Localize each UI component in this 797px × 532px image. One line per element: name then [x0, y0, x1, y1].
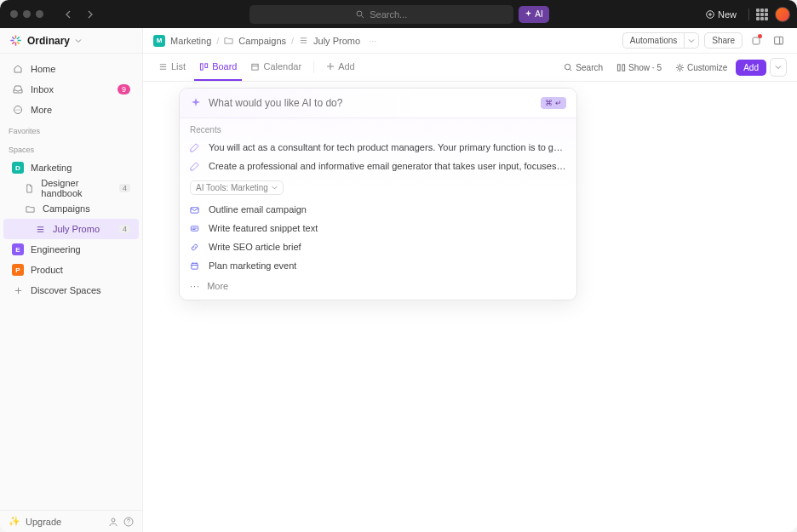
separator [313, 61, 314, 73]
tool-item[interactable]: Outline email campaign [180, 200, 576, 219]
automations-dropdown[interactable] [684, 32, 699, 49]
upgrade-link[interactable]: Upgrade [26, 517, 61, 527]
tool-item[interactable]: Write SEO article brief [180, 237, 576, 256]
user-icon[interactable] [108, 517, 118, 527]
sidebar-inbox[interactable]: Inbox 9 [3, 79, 139, 100]
designer-handbook[interactable]: Designer handbook 4 [3, 178, 139, 198]
recent-text: You will act as a consultant for tech pr… [209, 142, 566, 152]
apps-menu[interactable] [756, 9, 768, 20]
svg-point-14 [565, 64, 571, 69]
help-icon[interactable] [123, 517, 134, 527]
calendar-icon [190, 261, 202, 271]
sidebar-more[interactable]: More [3, 100, 139, 120]
svg-rect-12 [205, 63, 208, 67]
search-icon [564, 63, 573, 72]
logo-icon [9, 34, 22, 48]
add-dropdown[interactable] [770, 58, 787, 77]
tab-board[interactable]: Board [194, 54, 242, 81]
space-marketing-label: Marketing [31, 163, 72, 173]
svg-point-4 [17, 109, 18, 110]
svg-point-5 [19, 109, 20, 110]
svg-point-8 [129, 523, 129, 524]
crumb-july-promo[interactable]: July Promo [313, 36, 360, 46]
recent-item[interactable]: You will act as a consultant for tech pr… [180, 138, 576, 157]
user-avatar[interactable] [775, 7, 790, 22]
breadcrumb: M Marketing / Campaigns / July Promo ···… [143, 28, 797, 54]
july-promo[interactable]: July Promo 4 [3, 219, 139, 239]
svg-rect-13 [252, 64, 258, 70]
crumb-menu[interactable]: ··· [369, 36, 376, 46]
svg-rect-16 [622, 64, 625, 70]
crumb-separator: / [216, 36, 219, 46]
maximize-dot[interactable] [36, 10, 43, 18]
sparkle-icon: ✨ [9, 516, 20, 527]
close-dot[interactable] [10, 10, 18, 18]
automations-button[interactable]: Automations [622, 32, 685, 49]
plus-icon [12, 284, 24, 296]
favorites-heading: Favorites [0, 120, 142, 139]
tab-add[interactable]: Add [321, 54, 360, 81]
board-icon [199, 62, 209, 72]
more-tools[interactable]: ··· More [180, 275, 576, 300]
mail-icon [190, 205, 202, 215]
topbar: Search... AI New [0, 0, 797, 28]
list-icon [299, 36, 308, 45]
view-toolbar: List Board Calendar Add [143, 54, 797, 82]
share-button[interactable]: Share [704, 32, 743, 49]
tool-text: Outline email campaign [209, 204, 307, 215]
nav-arrows [60, 6, 98, 23]
pencil-icon [190, 143, 202, 152]
sidebar-home-label: Home [31, 64, 55, 74]
product-icon: P [12, 264, 24, 276]
space-engineering[interactable]: E Engineering [3, 239, 139, 260]
sidebar-footer: ✨ Upgrade [0, 510, 142, 532]
forward-button[interactable] [81, 6, 98, 23]
july-promo-label: July Promo [53, 224, 100, 234]
add-button[interactable]: Add [736, 60, 766, 76]
svg-point-17 [679, 66, 682, 69]
pencil-icon [190, 162, 202, 171]
tab-list[interactable]: List [153, 54, 191, 81]
notifications-button[interactable] [748, 32, 765, 49]
more-icon [12, 104, 24, 116]
chevron-down-icon [75, 37, 82, 44]
engineering-icon: E [12, 243, 24, 255]
tools-filter[interactable]: AI Tools: Marketing [190, 180, 284, 195]
ai-button[interactable]: AI [519, 6, 548, 23]
tool-item[interactable]: Plan marketing event [180, 256, 576, 275]
sidebar: Ordinary Home Inbox 9 More Favorites [0, 28, 143, 532]
inbox-icon [12, 83, 24, 95]
sparkle-icon [525, 10, 532, 18]
tool-item[interactable]: Write featured snippet text [180, 219, 576, 237]
content: M Marketing / Campaigns / July Promo ···… [143, 28, 797, 532]
chevron-down-icon [272, 185, 278, 191]
discover-spaces[interactable]: Discover Spaces [3, 280, 139, 300]
back-button[interactable] [60, 6, 77, 23]
snippet-icon [190, 224, 202, 233]
panel-toggle[interactable] [770, 32, 787, 49]
space-engineering-label: Engineering [31, 244, 81, 255]
search-icon [356, 10, 364, 19]
tool-text: Plan marketing event [209, 260, 296, 271]
recent-item[interactable]: Create a professional and informative em… [180, 157, 576, 175]
minimize-dot[interactable] [23, 10, 31, 18]
toolbar-customize[interactable]: Customize [670, 60, 732, 75]
new-button[interactable]: New [701, 7, 742, 22]
svg-point-0 [357, 11, 362, 16]
inbox-badge: 9 [118, 84, 130, 94]
new-label: New [718, 9, 737, 20]
workspace-switcher[interactable]: Ordinary [0, 28, 142, 54]
space-marketing[interactable]: D Marketing [3, 157, 139, 178]
toolbar-search[interactable]: Search [559, 60, 608, 75]
tool-text: Write featured snippet text [209, 223, 318, 233]
tab-calendar[interactable]: Calendar [245, 54, 307, 81]
global-search[interactable]: Search... [249, 5, 513, 24]
svg-rect-9 [753, 37, 760, 44]
sidebar-home[interactable]: Home [3, 59, 139, 79]
toolbar-show[interactable]: Show · 5 [611, 60, 667, 75]
crumb-marketing[interactable]: Marketing [170, 36, 211, 46]
space-product[interactable]: P Product [3, 260, 139, 280]
ai-prompt-input[interactable] [209, 97, 534, 109]
crumb-campaigns[interactable]: Campaigns [238, 36, 286, 46]
campaigns-folder[interactable]: Campaigns [3, 198, 139, 219]
